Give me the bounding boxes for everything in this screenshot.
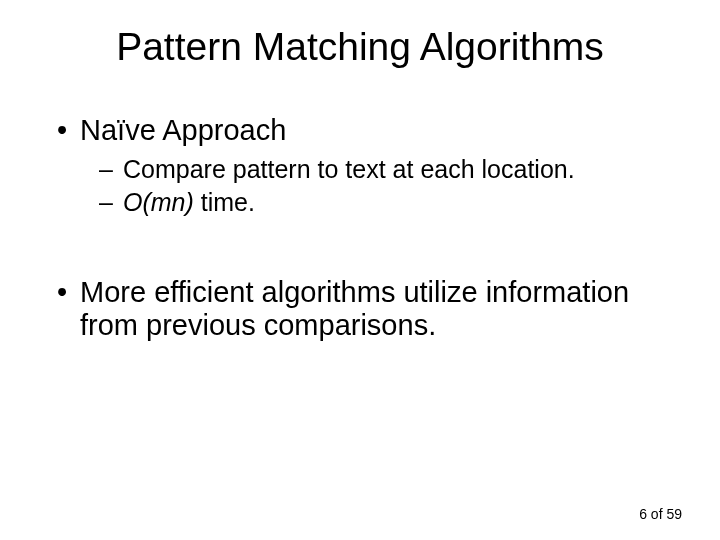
slide-title: Pattern Matching Algorithms — [55, 25, 665, 69]
bullet-level-1: More efficient algorithms utilize inform… — [55, 276, 665, 342]
bullet-level-1: Naïve Approach — [55, 114, 665, 147]
spacer — [55, 221, 665, 276]
slide-number: 6 of 59 — [639, 506, 682, 522]
slide-content: Naïve Approach Compare pattern to text a… — [55, 114, 665, 342]
bullet-level-2: O(mn) time. — [55, 188, 665, 217]
complexity-notation: O(mn) — [123, 188, 194, 216]
text-span: time. — [194, 188, 255, 216]
bullet-level-2: Compare pattern to text at each location… — [55, 155, 665, 184]
slide: Pattern Matching Algorithms Naïve Approa… — [0, 0, 720, 540]
